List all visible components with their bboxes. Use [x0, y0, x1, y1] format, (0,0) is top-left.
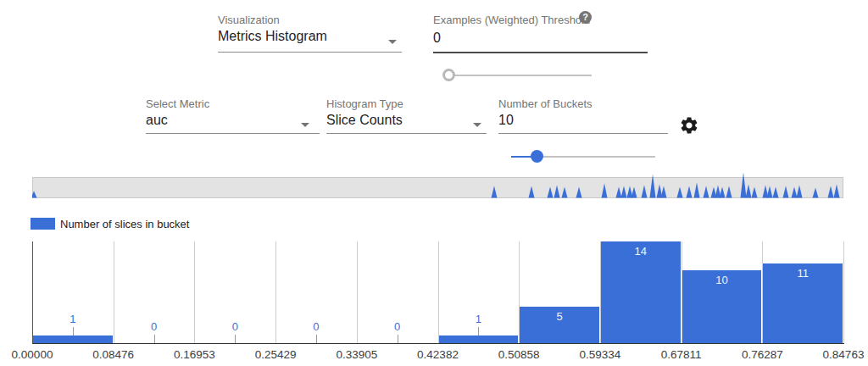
density-spike	[792, 187, 798, 198]
gridline	[114, 241, 114, 343]
density-spike	[746, 185, 752, 198]
gridline	[357, 241, 358, 343]
threshold-input[interactable]: 0	[433, 30, 648, 46]
density-spike	[694, 183, 700, 198]
bar-value-label: 0	[381, 320, 415, 333]
density-spike	[529, 186, 535, 198]
bar-value-label: 5	[542, 310, 576, 323]
bar-bucket-0[interactable]	[33, 336, 113, 343]
select-metric-underline	[146, 133, 320, 134]
x-axis-labels: 0.000000.084760.169530.254290.339050.423…	[32, 348, 843, 363]
density-spike	[687, 186, 693, 198]
bar-bucket-5[interactable]	[439, 336, 519, 343]
legend-swatch	[31, 218, 55, 230]
x-tick-label: 0.84763	[818, 348, 868, 361]
density-spike	[834, 185, 840, 198]
density-spike	[767, 186, 773, 198]
density-spike	[726, 186, 732, 198]
bar-value-label: 11	[786, 267, 820, 280]
x-tick-label: 0.76287	[737, 348, 787, 361]
annotation-stem	[154, 335, 155, 343]
density-spike	[562, 187, 568, 198]
density-spike	[650, 175, 656, 198]
num-buckets-input[interactable]: 10	[498, 113, 668, 128]
annotation-stem	[73, 327, 74, 336]
x-tick-label: 0.67811	[656, 348, 707, 361]
visualization-dropdown[interactable]: Metrics Histogram	[218, 29, 402, 53]
density-spike	[720, 187, 726, 198]
bar-value-label: 14	[624, 245, 658, 258]
density-spike	[632, 187, 637, 198]
bar-value-label: 0	[137, 320, 171, 333]
density-spike	[773, 187, 779, 198]
density-spike	[813, 188, 819, 198]
threshold-label: Examples (Weighted) Threshold	[433, 14, 590, 26]
histogram-type-value: Slice Counts	[326, 113, 403, 127]
density-spike	[783, 186, 789, 198]
y-axis-line	[32, 241, 33, 343]
density-spike	[661, 186, 667, 198]
gridline	[194, 241, 195, 343]
density-spike	[642, 186, 648, 198]
num-buckets-label: Number of Buckets	[498, 97, 593, 110]
density-spike	[677, 187, 683, 198]
density-spike	[616, 187, 622, 198]
density-spike	[576, 187, 582, 198]
select-metric-value: auc	[146, 113, 168, 127]
gear-icon	[679, 115, 699, 136]
density-spike	[621, 186, 627, 198]
chevron-down-icon	[301, 123, 309, 127]
overview-strip-spikes	[32, 169, 843, 198]
num-buckets-slider-thumb[interactable]	[531, 150, 543, 163]
density-spike	[797, 186, 803, 198]
num-buckets-slider[interactable]	[507, 149, 661, 164]
chevron-down-icon	[473, 123, 481, 127]
annotation-stem	[235, 335, 236, 343]
histogram-type-dropdown[interactable]: Slice Counts	[326, 113, 487, 135]
histogram-type-underline	[326, 133, 487, 134]
bar-value-label: 1	[461, 313, 495, 325]
legend-label: Number of slices in bucket	[60, 218, 189, 230]
gridline	[843, 241, 844, 343]
histogram-plot: 1000015141011	[32, 241, 843, 343]
x-tick-label: 0.59334	[575, 348, 626, 361]
density-spike	[492, 186, 498, 198]
x-tick-label: 0.25429	[250, 348, 301, 361]
bar-value-label: 0	[299, 320, 333, 333]
density-spike	[704, 186, 709, 198]
visualization-value: Metrics Histogram	[218, 29, 327, 43]
help-icon[interactable]: ?	[579, 11, 592, 24]
gridline	[275, 241, 276, 343]
x-tick-label: 0.16953	[169, 348, 220, 361]
threshold-underline	[433, 52, 648, 53]
density-spike	[548, 187, 554, 198]
bar-value-label: 0	[218, 320, 252, 333]
x-tick-label: 0.00000	[7, 348, 58, 361]
bar-value-label: 1	[56, 313, 90, 325]
x-axis-line	[32, 343, 844, 344]
density-spike	[602, 184, 608, 198]
settings-button[interactable]	[679, 115, 699, 136]
threshold-slider-thumb[interactable]	[442, 69, 455, 81]
visualization-underline	[218, 52, 402, 53]
x-tick-label: 0.08476	[88, 348, 139, 361]
chart-legend: Number of slices in bucket	[31, 217, 189, 230]
gridline	[438, 241, 439, 343]
annotation-stem	[398, 335, 398, 343]
threshold-slider[interactable]	[442, 68, 597, 83]
chevron-down-icon	[388, 40, 397, 44]
select-metric-dropdown[interactable]: auc	[146, 113, 320, 135]
density-spike	[554, 186, 560, 198]
visualization-label: Visualization	[218, 14, 280, 26]
histogram-type-label: Histogram Type	[326, 97, 403, 110]
select-metric-label: Select Metric	[146, 97, 209, 110]
annotation-stem	[478, 327, 479, 336]
num-buckets-underline	[498, 133, 668, 134]
bar-value-label: 10	[704, 274, 738, 286]
density-spike	[32, 191, 37, 198]
threshold-slider-track[interactable]	[448, 75, 592, 76]
density-spike	[828, 186, 834, 198]
x-tick-label: 0.50858	[493, 348, 544, 361]
density-spike	[741, 173, 747, 198]
annotation-stem	[316, 335, 317, 343]
